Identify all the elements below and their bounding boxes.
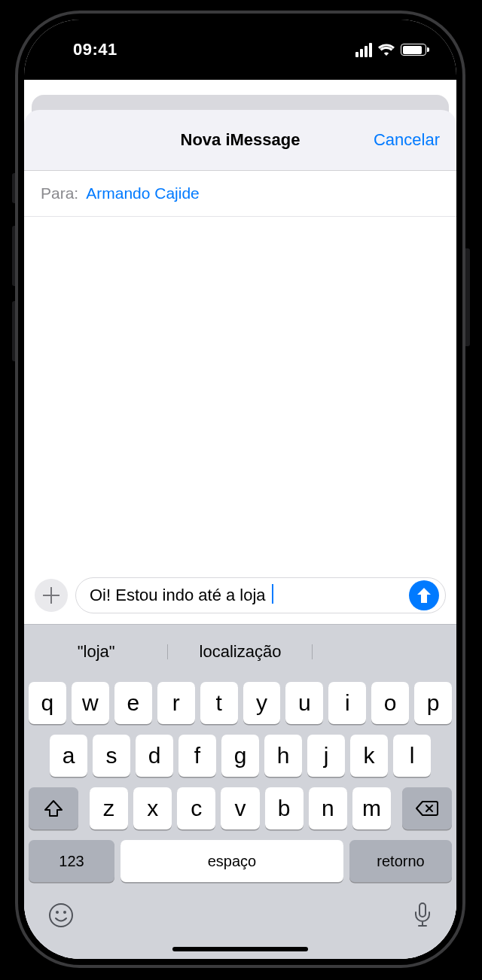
message-text: Oi! Estou indo até a loja [90, 586, 266, 605]
backspace-key[interactable] [402, 787, 452, 829]
key-y[interactable]: y [243, 682, 281, 724]
keyboard: "loja" localização q w e r t y u [24, 624, 456, 959]
key-e[interactable]: e [114, 682, 152, 724]
phone-inner: 09:41 Nova iMessage Cancelar [24, 20, 456, 959]
to-field[interactable]: Para: Armando Cajide [24, 170, 456, 217]
send-button[interactable] [409, 580, 439, 610]
key-t[interactable]: t [200, 682, 238, 724]
compose-row: Oi! Estou indo até a loja [24, 570, 456, 624]
dictation-key[interactable] [413, 902, 432, 932]
key-d[interactable]: d [136, 735, 173, 777]
key-n[interactable]: n [309, 787, 347, 829]
key-row-4: 123 espaço retorno [29, 840, 452, 882]
text-caret [272, 584, 273, 604]
key-z[interactable]: z [90, 787, 128, 829]
screen: 09:41 Nova iMessage Cancelar [24, 20, 456, 959]
message-input[interactable]: Oi! Estou indo até a loja [75, 577, 446, 613]
key-j[interactable]: j [307, 735, 345, 777]
key-r[interactable]: r [157, 682, 195, 724]
phone-frame: 09:41 Nova iMessage Cancelar [15, 11, 465, 968]
key-a[interactable]: a [50, 735, 87, 777]
key-k[interactable]: k [350, 735, 388, 777]
key-s[interactable]: s [93, 735, 130, 777]
shift-key[interactable] [29, 787, 78, 829]
cancel-button[interactable]: Cancelar [374, 130, 440, 150]
svg-point-2 [63, 911, 66, 914]
home-indicator[interactable] [172, 947, 308, 951]
suggestion-2[interactable]: localização [168, 642, 312, 662]
key-row-3: z x c v b n m [29, 787, 452, 829]
numbers-key[interactable]: 123 [29, 840, 114, 882]
key-x[interactable]: x [133, 787, 172, 829]
to-recipient[interactable]: Armando Cajide [86, 184, 200, 202]
key-row-1: q w e r t y u i o p [29, 682, 452, 724]
key-l[interactable]: l [393, 735, 431, 777]
to-label: Para: [41, 184, 78, 202]
suggestion-1-text: "loja" [78, 642, 115, 661]
power-button[interactable] [465, 248, 470, 346]
svg-point-1 [56, 911, 59, 914]
compose-sheet: Nova iMessage Cancelar Para: Armando Caj… [24, 110, 456, 959]
key-b[interactable]: b [265, 787, 304, 829]
suggestion-2-text: localização [200, 642, 282, 661]
status-time: 09:41 [73, 40, 117, 59]
sheet-header: Nova iMessage Cancelar [24, 110, 456, 170]
key-u[interactable]: u [285, 682, 323, 724]
key-g[interactable]: g [221, 735, 259, 777]
battery-icon [401, 44, 426, 56]
emoji-key[interactable] [48, 902, 74, 931]
message-thread[interactable] [24, 217, 456, 570]
key-rows: q w e r t y u i o p a [24, 682, 456, 891]
suggestion-3[interactable] [313, 642, 456, 662]
key-o[interactable]: o [371, 682, 409, 724]
page-title: Nova iMessage [181, 130, 300, 150]
wifi-icon [378, 44, 395, 56]
return-key[interactable]: retorno [349, 840, 452, 882]
status-bar: 09:41 [24, 20, 456, 80]
key-p[interactable]: p [414, 682, 452, 724]
svg-point-0 [50, 904, 72, 927]
key-m[interactable]: m [352, 787, 391, 829]
svg-rect-3 [419, 903, 426, 917]
key-row-2: a s d f g h j k l [29, 735, 452, 777]
cellular-icon [355, 43, 372, 57]
key-i[interactable]: i [328, 682, 366, 724]
key-f[interactable]: f [178, 735, 216, 777]
plus-button[interactable] [35, 579, 68, 612]
key-v[interactable]: v [221, 787, 259, 829]
key-c[interactable]: c [177, 787, 215, 829]
suggestion-1[interactable]: "loja" [24, 642, 168, 662]
key-w[interactable]: w [72, 682, 109, 724]
suggestions-bar: "loja" localização [24, 632, 456, 671]
key-h[interactable]: h [264, 735, 302, 777]
key-q[interactable]: q [29, 682, 66, 724]
status-right [355, 43, 426, 57]
space-key[interactable]: espaço [120, 840, 343, 882]
